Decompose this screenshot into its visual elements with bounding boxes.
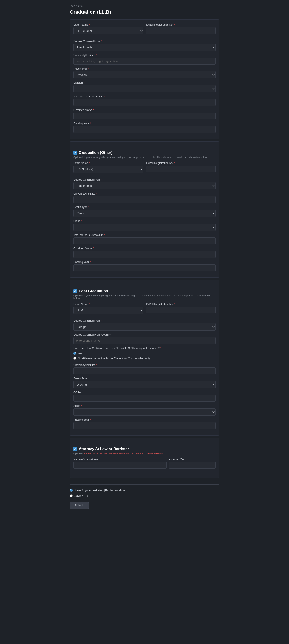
pg-cgpa-group: CGPA * xyxy=(74,391,215,402)
passing-year-input[interactable] xyxy=(74,126,215,133)
pg-scale-label: Scale * xyxy=(74,404,215,408)
attorney-institute-label: Name of the Institute * xyxy=(74,458,167,461)
result-type-group: Result Type * Division Class Grading Gra… xyxy=(74,67,215,78)
pg-passing-year-label: Passing Year * xyxy=(74,418,215,421)
save-exit-option[interactable]: Save & Exit xyxy=(70,494,219,498)
pg-id-roll-group: ID/Roll/Registration No. * xyxy=(146,303,215,314)
go-class-select[interactable] xyxy=(74,224,215,231)
post-graduation-checkbox[interactable] xyxy=(74,290,77,293)
attorney-institute-input[interactable] xyxy=(74,462,167,469)
go-class-group: Class * xyxy=(74,220,215,231)
pg-radio-no-input[interactable] xyxy=(74,357,76,360)
post-graduation-note: Optional. If you have any post graduatio… xyxy=(74,294,215,300)
attorney-title: Attorney At Law or Barrister xyxy=(79,447,129,451)
graduation-other-section: Graduation (Other) Optional. If you have… xyxy=(70,142,219,278)
post-graduation-title: Post Graduation xyxy=(79,289,108,293)
submit-button[interactable]: Submit xyxy=(70,502,89,509)
passing-year-label: Passing Year * xyxy=(74,122,215,125)
pg-scale-select[interactable]: 4 5 10 xyxy=(74,408,215,416)
go-university-group: University/Institute * xyxy=(74,192,215,203)
division-select[interactable] xyxy=(74,85,215,92)
go-university-input[interactable] xyxy=(74,196,215,203)
page-container: Step 4 of 6 Graduation (LL.B) Exam Name … xyxy=(66,0,223,518)
go-obtained-marks-label: Obtained Marks * xyxy=(74,247,215,250)
result-type-select[interactable]: Division Class Grading Grade xyxy=(74,71,215,78)
pg-passing-year-input[interactable] xyxy=(74,422,215,429)
post-graduation-header: Post Graduation xyxy=(74,289,215,293)
pg-radio-yes-input[interactable] xyxy=(74,352,76,354)
pg-equivalent-cert-label: Has Equivalent Certificate from Bar Coun… xyxy=(74,347,215,350)
university-input[interactable] xyxy=(74,58,215,64)
exam-name-label: Exam Name * xyxy=(74,23,143,26)
go-total-marks-group: Total Marks in Curriculum * xyxy=(74,234,215,244)
go-total-marks-input[interactable] xyxy=(74,238,215,244)
pg-degree-from-country-input[interactable] xyxy=(74,337,215,344)
total-marks-input[interactable] xyxy=(74,99,215,106)
pg-radio-no[interactable]: No (Please contact with Bar Council or C… xyxy=(74,356,215,360)
id-roll-input[interactable] xyxy=(146,27,215,34)
go-degree-from-label: Degree Obtained From * xyxy=(74,178,215,181)
save-exit-radio[interactable] xyxy=(70,494,73,497)
attorney-awarded-year-group: Awarded Year * xyxy=(169,458,215,469)
pg-degree-from-select[interactable]: Foreign Bangladesh xyxy=(74,323,215,330)
id-roll-group: ID/Roll/Registration No. * xyxy=(146,23,215,34)
pg-degree-from-country-group: Degree Obtained From Country * xyxy=(74,333,215,344)
pg-id-roll-label: ID/Roll/Registration No. * xyxy=(146,303,215,306)
degree-from-select[interactable]: Bangladesh Foreign xyxy=(74,44,215,51)
attorney-checkbox[interactable] xyxy=(74,447,77,451)
go-degree-from-group: Degree Obtained From * Bangladesh Foreig… xyxy=(74,178,215,190)
pg-result-type-select[interactable]: Grading Division Class Grade xyxy=(74,381,215,388)
bottom-section: Save & go to next step (Bar Information)… xyxy=(70,484,219,509)
pg-degree-from-country-label: Degree Obtained From Country * xyxy=(74,333,215,336)
go-result-type-group: Result Type * Class Division Grading Gra… xyxy=(74,206,215,217)
go-exam-name-select[interactable]: B.S.S (Hons) B.S.S B.A B.Sc B.Com xyxy=(74,166,143,173)
exam-name-group: Exam Name * LL.B (Hons) LL.B xyxy=(74,23,143,34)
go-id-roll-input[interactable] xyxy=(146,166,215,172)
go-passing-year-input[interactable] xyxy=(74,264,215,271)
save-exit-label: Save & Exit xyxy=(74,494,89,498)
pg-university-input[interactable] xyxy=(74,368,215,374)
result-type-label: Result Type * xyxy=(74,67,215,70)
attorney-section: Attorney At Law or Barrister Optional. P… xyxy=(70,438,219,478)
degree-from-group: Degree Obtained From * Bangladesh Foreig… xyxy=(74,40,215,51)
save-next-option[interactable]: Save & go to next step (Bar Information) xyxy=(70,488,219,492)
obtained-marks-group: Obtained Marks * xyxy=(74,108,215,120)
step-label: Step 4 of 6 xyxy=(70,4,219,8)
obtained-marks-input[interactable] xyxy=(74,112,215,120)
go-result-type-select[interactable]: Class Division Grading Grade xyxy=(74,210,215,217)
pg-passing-year-group: Passing Year * xyxy=(74,418,215,429)
division-label: Division * xyxy=(74,81,215,84)
pg-cgpa-input[interactable] xyxy=(74,395,215,402)
go-university-label: University/Institute * xyxy=(74,192,215,195)
go-exam-name-label: Exam Name * xyxy=(74,162,143,165)
pg-exam-name-select[interactable]: LL.M LL.M (Hons) xyxy=(74,307,143,314)
go-id-roll-group: ID/Roll/Registration No. * xyxy=(146,162,215,173)
pg-radio-yes[interactable]: Yes xyxy=(74,352,215,355)
pg-exam-name-label: Exam Name * xyxy=(74,303,143,306)
total-marks-group: Total Marks in Curriculum * xyxy=(74,95,215,106)
go-obtained-marks-input[interactable] xyxy=(74,251,215,258)
pg-id-roll-input[interactable] xyxy=(146,307,215,314)
go-class-label: Class * xyxy=(74,220,215,223)
attorney-note: Optional. Please put tick on the checkbo… xyxy=(74,452,215,455)
pg-university-group: University/Institute * xyxy=(74,364,215,374)
graduation-llb-section: Exam Name * LL.B (Hons) LL.B ID/Roll/Reg… xyxy=(70,20,219,139)
save-next-radio[interactable] xyxy=(70,489,73,492)
passing-year-group: Passing Year * xyxy=(74,122,215,133)
post-graduation-section: Post Graduation Optional. If you have an… xyxy=(70,280,219,436)
go-id-roll-label: ID/Roll/Registration No. * xyxy=(146,162,215,165)
university-group: University/Institute * xyxy=(74,54,215,64)
go-degree-from-select[interactable]: Bangladesh Foreign xyxy=(74,182,215,190)
university-label: University/Institute * xyxy=(74,54,215,57)
attorney-awarded-year-input[interactable] xyxy=(169,462,215,469)
exam-name-select[interactable]: LL.B (Hons) LL.B xyxy=(74,27,143,34)
obtained-marks-label: Obtained Marks * xyxy=(74,108,215,112)
pg-degree-from-label: Degree Obtained From * xyxy=(74,319,215,322)
pg-exam-name-group: Exam Name * LL.M LL.M (Hons) xyxy=(74,303,143,314)
pg-cgpa-label: CGPA * xyxy=(74,391,215,394)
go-passing-year-group: Passing Year * xyxy=(74,260,215,271)
go-passing-year-label: Passing Year * xyxy=(74,260,215,264)
pg-equivalent-cert-group: Has Equivalent Certificate from Bar Coun… xyxy=(74,347,215,361)
degree-from-label: Degree Obtained From * xyxy=(74,40,215,43)
graduation-other-checkbox[interactable] xyxy=(74,151,77,154)
